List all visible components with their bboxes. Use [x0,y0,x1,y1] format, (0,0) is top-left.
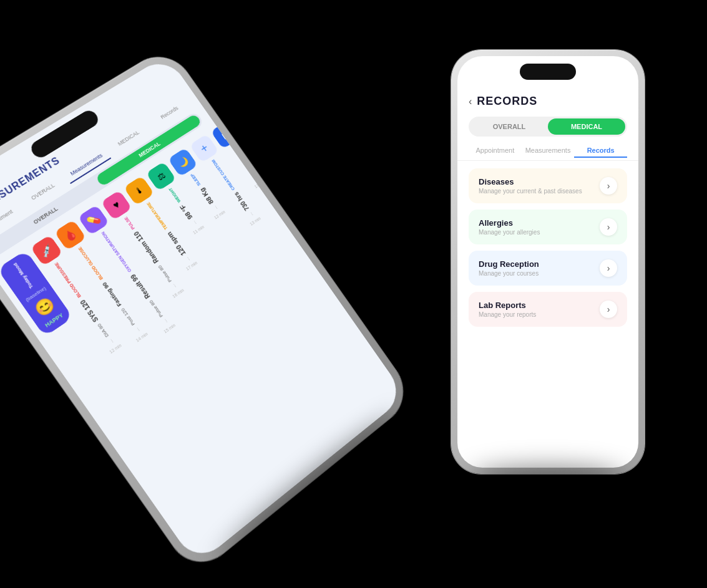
pulse-time: 16 min [172,287,185,299]
diseases-arrow[interactable]: › [600,177,617,195]
toggle-overall[interactable]: OVERALL [471,118,548,135]
records-list: Diseases Manage your current & past dise… [457,161,638,468]
sleep-label: SLEEP [190,173,201,186]
bp-sub: DIA 80 [96,323,110,339]
create-time: 13 min [249,216,261,227]
sub-tab-appointment[interactable]: Appointment [469,144,522,158]
weight-label: WEIGHT [168,187,181,203]
temp-label: TEMPERATURE [146,201,168,231]
drug-reception-item[interactable]: Drug Reception Manage your courses › [469,251,627,286]
diseases-item[interactable]: Diseases Manage your current & past dise… [469,168,627,203]
weight-dots: ... [191,220,198,226]
diseases-desc: Manage your current & past diseases [479,188,582,195]
sleep-value: 88 Kg [198,186,215,205]
lab-name: Lab Reports [479,301,536,310]
allergies-name: Allergies [479,218,540,228]
allergies-desc: Manage your allergies [479,229,540,236]
custom-time: 11 min [254,179,266,189]
drug-desc: Manage your courses [479,270,539,277]
right-title: RECORDS [477,95,537,108]
sleep-time: 12 min [213,210,226,220]
sub-tab-measurements[interactable]: Measurements [522,144,575,158]
drug-name: Drug Reception [479,259,539,269]
lab-arrow[interactable]: › [600,301,617,318]
toggle-medical[interactable]: MEDICAL [548,118,625,135]
custom-value: 312 [243,162,255,175]
pulse-label: PULSE [124,216,135,231]
toggle-row: OVERALL MEDICAL [469,117,627,137]
weight-time: 11 min [192,224,205,235]
lab-desc: Manage your reports [479,311,536,318]
bg-time: 14 min [135,331,149,342]
pulse-dots: ... [170,283,177,290]
sleep-dots: ... [212,205,218,211]
pulse-sub: Pulse 80 [157,264,172,284]
bp-dots: ... [107,339,115,345]
ox-time: 15 min [163,323,176,334]
allergies-arrow[interactable]: › [600,218,617,236]
weight-value: 98 °F [178,203,193,221]
temp-value: 120 spm [165,231,187,257]
temp-dots: ... [184,256,191,263]
bp-value: SYS 120 [79,299,99,324]
bg-dots: ... [134,327,140,334]
right-phone: ‹ RECORDS OVERALL MEDICAL Appointment Me… [451,50,645,474]
dynamic-island [520,64,576,80]
custom-label: CUSTOM [232,145,246,162]
mood-title: Today Mood [12,262,34,290]
sub-tabs: Appointment Measurements Records [457,142,638,161]
ox-dots: ... [162,319,168,325]
allergies-item[interactable]: Allergies Manage your allergies › [469,210,627,244]
custom-dots: ... [252,175,258,181]
bp-time: 12 min [109,343,122,354]
ox-value: Result 99 [129,273,151,300]
right-header: ‹ RECORDS [457,87,638,112]
temp-time: 17 min [185,261,198,271]
ox-sub: Pulse 80 [148,299,163,319]
diseases-name: Diseases [479,177,582,186]
create-dots: ... [248,212,255,218]
sub-tab-records[interactable]: Records [574,144,627,158]
create-value: 730 hrs [233,191,250,212]
left-phone: MEASUREMENTS Appointment OVERALL Measure… [0,46,415,576]
bg-sub: Post 120 [120,307,136,327]
back-button[interactable]: ‹ [469,96,472,107]
bg-value: Fasting 90 [101,281,122,308]
drug-arrow[interactable]: › [600,259,617,277]
lab-reports-item[interactable]: Lab Reports Manage your reports › [469,292,627,327]
